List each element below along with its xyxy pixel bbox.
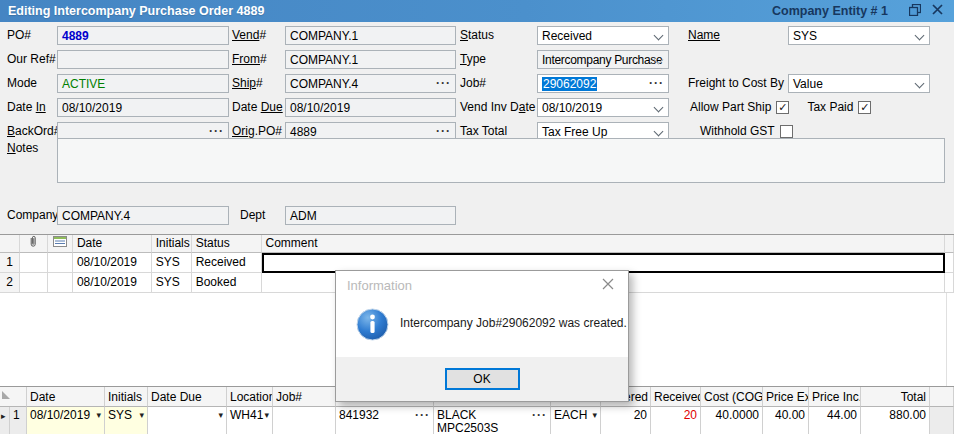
line-cost-header[interactable]: Cost (COG)	[701, 387, 763, 407]
po-value: 4889	[62, 29, 89, 43]
type-combobox[interactable]: Intercompany Purchase	[537, 50, 669, 69]
allow-part-ship-checkbox[interactable]: ✓	[776, 101, 789, 114]
line-price-ex-header[interactable]: Price Ex.	[763, 387, 809, 407]
attachment-column-header[interactable]	[20, 235, 48, 253]
po-label: PO#	[7, 26, 31, 45]
line-total-cell[interactable]: 880.00	[861, 407, 930, 434]
restore-window-button[interactable]	[904, 0, 926, 22]
line-part-cell[interactable]: 841932···	[336, 407, 434, 434]
line-location-header[interactable]: Location	[227, 387, 273, 407]
row-marker: ▸	[0, 407, 10, 434]
close-icon	[602, 278, 614, 293]
date-due-field[interactable]: 08/10/2019	[285, 98, 456, 117]
date-in-label: Date In	[7, 98, 46, 117]
tax-total-dropdown-icon[interactable]	[654, 127, 664, 137]
memo-column-header[interactable]	[48, 235, 73, 253]
close-window-button[interactable]	[926, 0, 948, 22]
paperclip-icon	[28, 235, 38, 253]
vend-field[interactable]: COMPANY.1	[285, 26, 456, 45]
line-date-header[interactable]: Date	[27, 387, 105, 407]
tax-paid-checkbox[interactable]: ✓	[858, 101, 871, 114]
line-cost-cell[interactable]: 40.0000	[701, 407, 763, 434]
line-description-cell[interactable]: BLACK MPC2503S PRINT CARTRIDGE···	[434, 407, 551, 434]
status-grid-header: Date Initials Status Comment	[0, 235, 954, 253]
our-ref-field[interactable]	[57, 50, 229, 69]
status-label: Status	[460, 26, 494, 45]
date-dropdown-icon[interactable]: ▾	[96, 409, 101, 421]
part-ellipsis-button[interactable]: ···	[415, 409, 430, 421]
date-due-label: Date Due	[232, 98, 283, 117]
line-price-inc-header[interactable]: Price Inc.	[809, 387, 861, 407]
status-row-date[interactable]: 08/10/2019	[73, 273, 152, 293]
po-field[interactable]: 4889	[57, 26, 229, 45]
name-combobox[interactable]: SYS	[788, 26, 930, 45]
check-icon: ✓	[860, 102, 869, 113]
ship-field[interactable]: COMPANY.4···	[285, 74, 456, 93]
ship-ellipsis-button[interactable]: ···	[434, 76, 453, 91]
check-icon: ✓	[778, 102, 787, 113]
line-location-cell[interactable]: WH41▾	[227, 407, 273, 434]
line-price-inc-cell[interactable]: 44.00	[809, 407, 861, 434]
date-due-dropdown-icon[interactable]: ▾	[218, 409, 223, 421]
line-ordered-cell[interactable]: 20	[601, 407, 651, 434]
job-value-selected: 29062092	[542, 77, 597, 91]
line-date-due-header[interactable]: Date Due	[148, 387, 227, 407]
status-grid-comment-header[interactable]: Comment	[262, 235, 945, 253]
status-row-status[interactable]: Received	[192, 253, 262, 273]
status-combobox[interactable]: Received	[537, 26, 669, 45]
description-ellipsis-button[interactable]: ···	[532, 409, 547, 421]
dialog-close-button[interactable]	[598, 275, 618, 295]
name-dropdown-icon[interactable]	[915, 31, 925, 41]
status-row-date[interactable]: 08/10/2019	[73, 253, 152, 273]
line-date-cell[interactable]: 08/10/2019▾	[27, 407, 105, 434]
freight-combobox[interactable]: Value	[788, 74, 930, 93]
our-ref-label: Our Ref#	[7, 50, 56, 69]
vend-inv-date-dropdown-icon[interactable]	[654, 103, 664, 113]
orig-po-ellipsis-button[interactable]: ···	[434, 124, 453, 139]
from-field[interactable]: COMPANY.1	[285, 50, 456, 69]
status-row-status[interactable]: Booked	[192, 273, 262, 293]
line-job-header[interactable]: Job#	[273, 387, 336, 407]
location-dropdown-icon[interactable]: ▾	[264, 409, 269, 421]
window-title: Editing Intercompany Purchase Order 4889	[0, 4, 772, 18]
status-row-initials[interactable]: SYS	[152, 273, 192, 293]
line-initials-cell[interactable]: SYS▾	[105, 407, 148, 434]
unit-dropdown-icon[interactable]: ▾	[592, 409, 597, 421]
row-number[interactable]: 1	[0, 253, 20, 273]
status-grid-status-header[interactable]: Status	[192, 235, 262, 253]
freight-dropdown-icon[interactable]	[915, 79, 925, 89]
line-total-header[interactable]: Total	[861, 387, 930, 407]
line-row-number[interactable]: 1	[10, 407, 27, 434]
status-grid-date-header[interactable]: Date	[73, 235, 152, 253]
ok-button[interactable]: OK	[445, 368, 520, 390]
line-received-cell[interactable]: 20	[651, 407, 701, 434]
backord-ellipsis-button[interactable]: ···	[207, 124, 226, 139]
grid-corner-selector[interactable]	[0, 387, 27, 407]
company-label: Company	[7, 206, 58, 225]
job-ellipsis-button[interactable]: ···	[647, 76, 666, 91]
date-in-field[interactable]: 08/10/2019	[57, 98, 229, 117]
freight-label: Freight to Cost By	[688, 74, 784, 93]
info-icon	[356, 308, 389, 344]
status-grid-initials-header[interactable]: Initials	[152, 235, 192, 253]
type-label: Type	[460, 50, 486, 69]
vend-inv-date-combobox[interactable]: 08/10/2019	[537, 98, 669, 117]
line-date-due-cell[interactable]: ▾	[148, 407, 227, 434]
initials-dropdown-icon[interactable]: ▾	[139, 409, 144, 421]
line-received-header[interactable]: Received	[651, 387, 701, 407]
dept-label: Dept	[240, 206, 265, 225]
notes-textarea[interactable]	[57, 138, 945, 183]
mode-field[interactable]: ACTIVE	[57, 74, 229, 93]
status-row-initials[interactable]: SYS	[152, 253, 192, 273]
job-field[interactable]: 29062092···	[537, 74, 669, 93]
company-field[interactable]: COMPANY.4	[57, 206, 229, 225]
line-initials-header[interactable]: Initials	[105, 387, 148, 407]
row-number[interactable]: 2	[0, 273, 20, 293]
withhold-gst-checkbox[interactable]	[780, 125, 793, 138]
status-dropdown-icon[interactable]	[654, 31, 664, 41]
line-price-ex-cell[interactable]: 40.00	[763, 407, 809, 434]
dept-field[interactable]: ADM	[285, 206, 456, 225]
line-job-cell[interactable]	[273, 407, 336, 434]
line-unit-cell[interactable]: EACH▾	[551, 407, 601, 434]
purchase-order-window: Editing Intercompany Purchase Order 4889…	[0, 0, 954, 434]
